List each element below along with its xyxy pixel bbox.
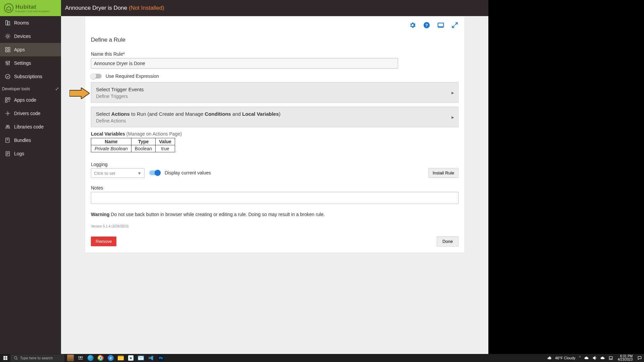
install-status: (Not Installed) <box>129 5 164 11</box>
page-title: Announce Dryer is Done <box>65 5 127 11</box>
logo-text: Hubitat <box>15 4 50 10</box>
logo[interactable]: Hubitat ELEVATE YOUR ENVIRONMENT <box>0 0 61 16</box>
logo-subtext: ELEVATE YOUR ENVIRONMENT <box>15 10 50 12</box>
right-blank-area <box>488 0 644 16</box>
logo-icon <box>4 3 13 13</box>
